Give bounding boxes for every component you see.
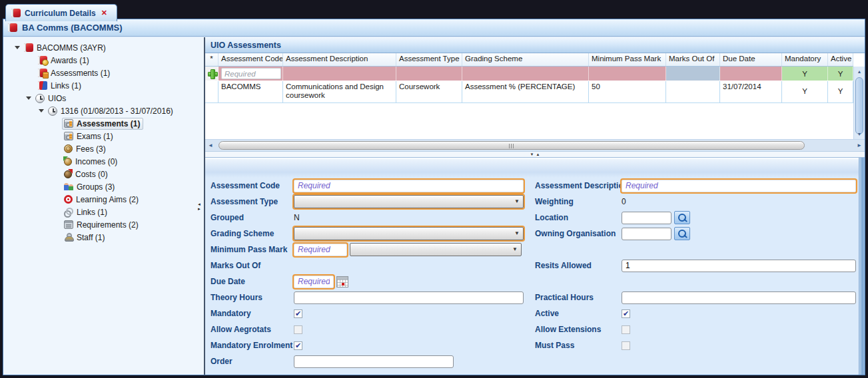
up-arrow-icon: ▲ xyxy=(536,152,540,156)
calendar-icon[interactable] xyxy=(336,276,348,287)
app-window: Curriculum Details ✕ BA Comms (BACOMMS) … xyxy=(0,0,868,378)
column-header-minimum-pass-mark[interactable]: Minimum Pass Mark xyxy=(589,53,666,66)
vertical-scroll-thumb[interactable] xyxy=(855,77,863,134)
column-header-mandatory[interactable]: Mandatory xyxy=(782,53,828,66)
owning-organisation-label: Owning Organisation xyxy=(535,229,622,238)
mandatory-checkbox[interactable]: ✔ xyxy=(294,309,302,318)
tab-close-icon[interactable]: ✕ xyxy=(101,9,107,17)
tree-item-bacomms[interactable]: BACOMMS (3AYR) xyxy=(3,41,204,54)
practical-hours-input[interactable] xyxy=(622,291,856,304)
tree-item-requirements[interactable]: Requirements (2) xyxy=(3,218,204,231)
column-header-assessment-code[interactable]: Assessment Code xyxy=(218,53,283,66)
allow-aegrotats-checkbox[interactable] xyxy=(294,325,302,334)
person-icon xyxy=(64,233,73,242)
grid-row-bacomms[interactable]: BACOMMS Communications and Design course… xyxy=(205,81,853,103)
coin-icon xyxy=(64,144,73,153)
tree-item-assessments[interactable]: Assessments (1) xyxy=(3,67,204,79)
right-arrow-icon: ► xyxy=(857,142,862,148)
tree-item-links[interactable]: Links (1) xyxy=(3,79,204,92)
people-icon xyxy=(64,182,73,191)
tree-item-incomes[interactable]: Incomes (0) xyxy=(3,155,204,168)
owning-organisation-search-icon[interactable] xyxy=(674,227,690,240)
must-pass-label: Must Pass xyxy=(535,341,622,350)
new-row-assessment-code-input[interactable] xyxy=(221,68,281,79)
grid-vertical-scrollbar[interactable]: ▲ ▼ xyxy=(853,67,865,139)
tree-item-staff[interactable]: Staff (1) xyxy=(3,231,204,244)
allow-aegrotats-label: Allow Aegrotats xyxy=(211,325,294,334)
grid-new-row[interactable]: Y Y xyxy=(205,67,853,81)
record-title-bar: BA Comms (BACOMMS) xyxy=(3,19,865,37)
tree-item-uios[interactable]: UIOs xyxy=(3,92,204,104)
tree-item-uio-assessments[interactable]: Assessments (1) xyxy=(3,117,204,130)
tree-item-uio-links[interactable]: Links (1) xyxy=(3,206,204,218)
red-book-icon xyxy=(24,43,33,52)
target-icon xyxy=(64,195,73,204)
horizontal-scroll-thumb[interactable] xyxy=(218,141,805,150)
uio-assessments-grid: * Assessment Code Assessment Description… xyxy=(205,53,865,139)
minimum-pass-mark-scheme-select[interactable]: ▼ xyxy=(350,243,522,256)
must-pass-checkbox[interactable] xyxy=(622,341,630,350)
down-arrow-icon: ▼ xyxy=(857,132,862,136)
column-header-due-date[interactable]: Due Date xyxy=(720,53,782,66)
grading-scheme-select[interactable]: ▼ xyxy=(294,227,524,240)
chevron-down-icon: ▼ xyxy=(514,230,520,236)
practical-hours-label: Practical Hours xyxy=(535,293,622,302)
chevron-down-icon: ▼ xyxy=(514,198,520,204)
left-arrow-icon: ◄ xyxy=(197,202,201,207)
tree-item-costs[interactable]: Costs (0) xyxy=(3,168,204,180)
expander-icon[interactable] xyxy=(26,96,31,100)
panel-collapse-handle[interactable]: ◄ ► xyxy=(197,202,202,212)
column-header-active[interactable]: Active xyxy=(828,53,853,66)
column-header-assessment-type[interactable]: Assessment Type xyxy=(396,53,462,66)
due-date-input[interactable] xyxy=(294,276,334,288)
tree-item-awards[interactable]: Awards (1) xyxy=(3,54,204,67)
column-header-grading-scheme[interactable]: Grading Scheme xyxy=(462,53,589,66)
scroll-down-button[interactable]: ▼ xyxy=(854,129,865,139)
tree-item-1316[interactable]: 1316 (01/08/2013 - 31/07/2016) xyxy=(3,104,204,117)
column-header-assessment-description[interactable]: Assessment Description xyxy=(283,53,396,66)
assessment-book-icon xyxy=(38,69,47,77)
add-row-icon[interactable] xyxy=(208,69,215,78)
tree-item-exams[interactable]: Exams (1) xyxy=(3,130,204,142)
resits-allowed-input[interactable] xyxy=(622,260,856,272)
red-book-icon xyxy=(11,9,21,17)
tab-curriculum-details[interactable]: Curriculum Details ✕ xyxy=(5,4,117,21)
active-label: Active xyxy=(535,309,622,318)
grid-form-splitter[interactable]: ▼ ▲ xyxy=(205,151,865,158)
owning-organisation-input[interactable] xyxy=(622,228,671,240)
location-search-icon[interactable] xyxy=(674,211,690,224)
tree-item-fees[interactable]: Fees (3) xyxy=(3,142,204,155)
assessment-code-input[interactable] xyxy=(294,180,524,192)
allow-extensions-checkbox[interactable] xyxy=(622,325,630,334)
active-checkbox[interactable]: ✔ xyxy=(622,309,630,318)
scroll-right-button[interactable]: ► xyxy=(854,140,865,151)
theory-hours-input[interactable] xyxy=(294,291,524,304)
form-scrollbar[interactable] xyxy=(859,158,865,375)
scroll-left-button[interactable]: ◄ xyxy=(205,140,216,151)
tree-item-groups[interactable]: Groups (3) xyxy=(3,180,204,193)
assessment-type-select[interactable]: ▼ xyxy=(294,195,524,208)
clipboard-icon xyxy=(64,220,73,229)
order-input[interactable] xyxy=(294,355,454,368)
column-header-marks-out-of[interactable]: Marks Out Of xyxy=(666,53,720,66)
clock-icon xyxy=(48,106,57,116)
left-arrow-icon: ◄ xyxy=(208,142,213,148)
tree-item-learning-aims[interactable]: Learning Aims (2) xyxy=(3,193,204,206)
thumb-grip-icon xyxy=(509,144,514,148)
location-input[interactable] xyxy=(622,212,671,224)
column-header-star[interactable]: * xyxy=(205,53,218,66)
mandatory-label: Mandatory xyxy=(211,309,294,318)
minimum-pass-mark-input[interactable] xyxy=(294,244,347,256)
expander-icon[interactable] xyxy=(15,46,20,49)
cost-icon xyxy=(64,170,72,178)
assessment-code-label: Assessment Code xyxy=(211,181,294,190)
curriculum-tree: BACOMMS (3AYR) Awards (1) Assessments (1… xyxy=(3,37,205,375)
assessment-description-input[interactable] xyxy=(622,180,856,192)
expander-icon[interactable] xyxy=(39,109,44,112)
clock-icon xyxy=(35,94,45,103)
tab-label: Curriculum Details xyxy=(25,9,96,18)
right-arrow-icon: ► xyxy=(197,207,201,212)
grid-horizontal-scrollbar[interactable]: ◄ ► xyxy=(205,139,865,151)
mandatory-enrolment-checkbox[interactable]: ✔ xyxy=(294,341,302,350)
scroll-up-button[interactable]: ▲ xyxy=(854,67,865,77)
